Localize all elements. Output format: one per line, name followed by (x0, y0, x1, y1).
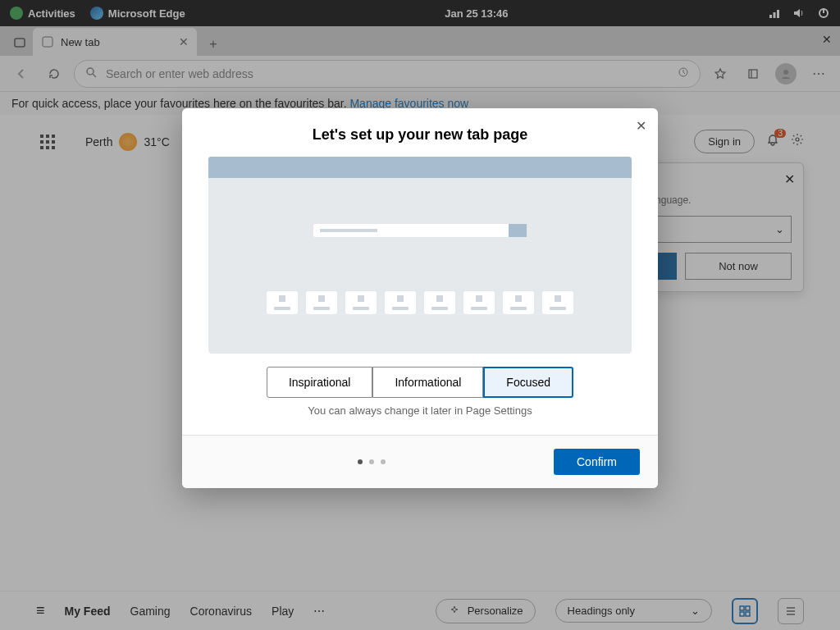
step-dot (381, 459, 386, 464)
layout-option-focused[interactable]: Focused (483, 367, 573, 398)
layout-option-inspirational[interactable]: Inspirational (267, 367, 373, 398)
modal-title: Let's set up your new tab page (182, 108, 658, 157)
step-dot (358, 459, 363, 464)
step-dots (358, 459, 386, 464)
step-dot (369, 459, 374, 464)
modal-close-icon[interactable]: ✕ (636, 118, 646, 134)
layout-option-informational[interactable]: Informational (372, 367, 483, 398)
confirm-button[interactable]: Confirm (554, 449, 640, 475)
modal-hint: You can always change it later in Page S… (182, 404, 658, 435)
layout-preview (208, 157, 632, 354)
setup-modal: ✕ Let's set up your new tab page Inspira… (182, 108, 658, 488)
layout-segmented-control: Inspirational Informational Focused (182, 367, 658, 398)
